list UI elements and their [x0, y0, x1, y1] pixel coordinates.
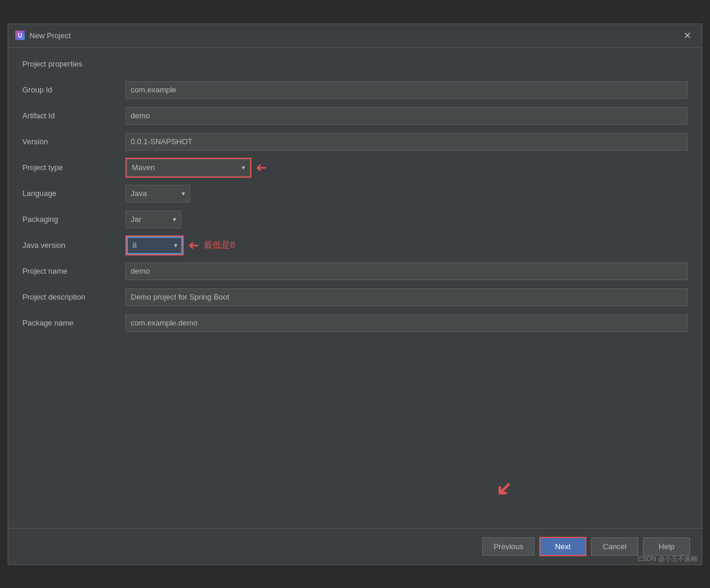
- java-version-row: Java version 8 11 17 21 ▼ ➜ 最低是8: [22, 235, 688, 255]
- project-desc-row: Project description: [22, 287, 688, 307]
- maven-arrow-icon: ➜: [256, 160, 267, 175]
- version-row: Version: [22, 132, 688, 152]
- project-type-label: Project type: [22, 163, 125, 172]
- java-arrow-icon: ➜: [188, 238, 199, 253]
- cancel-button[interactable]: Cancel: [591, 537, 638, 556]
- close-button[interactable]: ✕: [680, 29, 695, 42]
- java-min-text: 最低是8: [204, 240, 235, 251]
- version-label: Version: [22, 137, 125, 146]
- language-select-wrapper: Java Kotlin Groovy ▼: [125, 185, 190, 202]
- package-name-label: Package name: [22, 318, 125, 327]
- title-bar: U New Project ✕: [8, 24, 702, 48]
- language-label: Language: [22, 189, 125, 198]
- title-bar-left: U New Project: [15, 31, 71, 40]
- project-type-row: Project type Maven Gradle ▼ ➜: [22, 158, 688, 178]
- previous-button[interactable]: Previous: [482, 537, 535, 556]
- java-version-select-box: 8 11 17 21 ▼: [125, 235, 184, 255]
- packaging-select-wrapper: Jar War ▼: [125, 211, 181, 228]
- project-type-select[interactable]: Maven Gradle: [127, 159, 250, 177]
- project-desc-label: Project description: [22, 293, 125, 301]
- project-name-input[interactable]: [125, 263, 688, 280]
- java-version-label: Java version: [22, 241, 125, 250]
- package-name-input[interactable]: [125, 314, 688, 332]
- new-project-dialog: U New Project ✕ Project properties Group…: [8, 24, 702, 565]
- project-desc-input[interactable]: [125, 288, 688, 306]
- dialog-title: New Project: [29, 31, 71, 40]
- help-button[interactable]: Help: [643, 537, 690, 556]
- maven-annotation: ➜: [256, 160, 267, 175]
- language-row: Language Java Kotlin Groovy ▼: [22, 184, 688, 204]
- project-type-select-wrapper: Maven Gradle ▼: [125, 158, 251, 178]
- artifact-id-label: Artifact Id: [22, 111, 125, 120]
- language-select[interactable]: Java Kotlin Groovy: [125, 185, 190, 202]
- watermark: CSDN @小王不迷糊: [638, 554, 697, 563]
- app-icon: U: [15, 31, 25, 40]
- java-version-select-wrapper: 8 11 17 21 ▼: [127, 237, 183, 254]
- next-button[interactable]: Next: [539, 537, 586, 556]
- project-name-row: Project name: [22, 261, 688, 281]
- group-id-label: Group Id: [22, 85, 125, 94]
- dialog-body: Project properties Group Id Artifact Id …: [8, 48, 702, 528]
- packaging-select[interactable]: Jar War: [125, 211, 181, 228]
- dialog-footer: Previous Next Cancel Help: [8, 528, 702, 564]
- packaging-row: Packaging Jar War ▼: [22, 210, 688, 230]
- project-name-label: Project name: [22, 267, 125, 275]
- artifact-id-row: Artifact Id: [22, 106, 688, 126]
- package-name-row: Package name: [22, 313, 688, 333]
- version-input[interactable]: [125, 133, 688, 151]
- java-version-annotation: ➜ 最低是8: [188, 238, 235, 253]
- section-title: Project properties: [22, 59, 688, 68]
- next-arrow-annotation: ➜: [496, 479, 513, 500]
- group-id-input[interactable]: [125, 81, 688, 99]
- artifact-id-input[interactable]: [125, 107, 688, 125]
- packaging-label: Packaging: [22, 215, 125, 224]
- group-id-row: Group Id: [22, 80, 688, 100]
- java-version-select[interactable]: 8 11 17 21: [127, 237, 183, 254]
